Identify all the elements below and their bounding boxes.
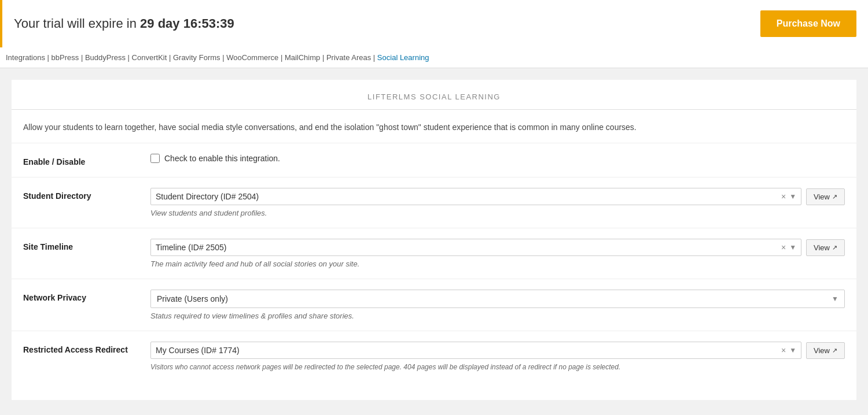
purchase-now-button[interactable]: Purchase Now [760, 10, 856, 37]
network-privacy-dropdown-arrow: ▼ [832, 295, 838, 303]
network-privacy-control: Private (Users only) ▼ Status required t… [150, 290, 845, 320]
restricted-access-label: Restricted Access Redirect [23, 342, 150, 354]
restricted-access-control: My Courses (ID# 1774) × ▼ View ↗ Visitor… [150, 342, 845, 372]
site-timeline-view-label: View [814, 243, 830, 252]
form-row-student-directory: Student Directory Student Directory (ID#… [12, 177, 856, 228]
nav-item-bbpress[interactable]: bbPress [52, 53, 79, 62]
student-directory-select[interactable]: Student Directory (ID# 2504) × ▼ [150, 188, 801, 205]
site-timeline-select[interactable]: Timeline (ID# 2505) × ▼ [150, 239, 801, 256]
nav-item-convertkit[interactable]: ConvertKit [132, 53, 167, 62]
form-row-restricted-access: Restricted Access Redirect My Courses (I… [12, 331, 856, 383]
nav-item-integrations[interactable]: Integrations [6, 53, 45, 62]
student-directory-hint: View students and student profiles. [150, 209, 845, 217]
restricted-access-view-button[interactable]: View ↗ [806, 342, 845, 359]
restricted-access-select[interactable]: My Courses (ID# 1774) × ▼ [150, 342, 801, 359]
site-timeline-selected-value: Timeline (ID# 2505) [156, 243, 781, 252]
site-timeline-label: Site Timeline [23, 239, 150, 251]
nav-item-private-areas[interactable]: Private Areas [326, 53, 371, 62]
nav-bar: Integrations | bbPress | BuddyPress | Co… [0, 47, 868, 68]
site-timeline-dropdown-arrow: ▼ [789, 243, 796, 251]
nav-item-mailchimp[interactable]: MailChimp [285, 53, 320, 62]
student-directory-select-view-wrap: Student Directory (ID# 2504) × ▼ View ↗ [150, 188, 845, 205]
section-title: LIFTERLMS SOCIAL LEARNING [12, 80, 856, 110]
site-timeline-clear-btn[interactable]: × [781, 243, 786, 252]
main-content: LIFTERLMS SOCIAL LEARNING Allow your stu… [12, 80, 856, 400]
restricted-access-dropdown-arrow: ▼ [789, 346, 796, 354]
site-timeline-select-view-wrap: Timeline (ID# 2505) × ▼ View ↗ [150, 239, 845, 256]
form-row-site-timeline: Site Timeline Timeline (ID# 2505) × ▼ Vi… [12, 228, 856, 279]
trial-countdown: 29 day 16:53:39 [140, 16, 234, 31]
trial-prefix: Your trial will expire in [14, 16, 140, 31]
student-directory-view-label: View [814, 192, 830, 201]
nav-item-woocommerce[interactable]: WooCommerce [226, 53, 278, 62]
trial-text: Your trial will expire in 29 day 16:53:3… [14, 16, 234, 31]
form-row-network-privacy: Network Privacy Private (Users only) ▼ S… [12, 279, 856, 331]
restricted-access-clear-btn[interactable]: × [781, 346, 786, 355]
enable-disable-checkbox[interactable] [150, 154, 160, 163]
nav-item-social-learning[interactable]: Social Learning [377, 53, 429, 62]
restricted-access-selected-value: My Courses (ID# 1774) [156, 346, 781, 355]
external-link-icon: ↗ [832, 193, 837, 201]
external-link-icon-3: ↗ [832, 347, 837, 354]
site-timeline-hint: The main activity feed and hub of all so… [150, 260, 845, 268]
student-directory-selected-value: Student Directory (ID# 2504) [156, 192, 781, 201]
network-privacy-selected-value: Private (Users only) [157, 294, 832, 303]
restricted-access-hint: Visitors who cannot access network pages… [150, 362, 845, 372]
student-directory-dropdown-arrow: ▼ [789, 192, 796, 201]
network-privacy-hint: Status required to view timelines & prof… [150, 312, 845, 320]
student-directory-control: Student Directory (ID# 2504) × ▼ View ↗ … [150, 188, 845, 217]
form-row-enable-disable: Enable / Disable Check to enable this in… [12, 143, 856, 177]
restricted-access-select-view-wrap: My Courses (ID# 1774) × ▼ View ↗ [150, 342, 845, 359]
section-description: Allow your students to learn together, h… [12, 110, 856, 143]
nav-item-buddypress[interactable]: BuddyPress [85, 53, 126, 62]
network-privacy-select[interactable]: Private (Users only) ▼ [150, 290, 845, 308]
nav-item-gravityforms[interactable]: Gravity Forms [173, 53, 220, 62]
site-timeline-control: Timeline (ID# 2505) × ▼ View ↗ The main … [150, 239, 845, 268]
enable-disable-checkbox-label: Check to enable this integration. [164, 154, 280, 163]
enable-disable-control: Check to enable this integration. [150, 154, 845, 163]
student-directory-clear-btn[interactable]: × [781, 192, 786, 201]
enable-disable-checkbox-row: Check to enable this integration. [150, 154, 845, 163]
external-link-icon-2: ↗ [832, 244, 837, 251]
student-directory-view-button[interactable]: View ↗ [806, 188, 845, 205]
student-directory-label: Student Directory [23, 188, 150, 201]
trial-banner: Your trial will expire in 29 day 16:53:3… [0, 0, 868, 47]
network-privacy-label: Network Privacy [23, 290, 150, 302]
restricted-access-view-label: View [814, 346, 830, 355]
enable-disable-label: Enable / Disable [23, 154, 150, 166]
site-timeline-view-button[interactable]: View ↗ [806, 239, 845, 256]
